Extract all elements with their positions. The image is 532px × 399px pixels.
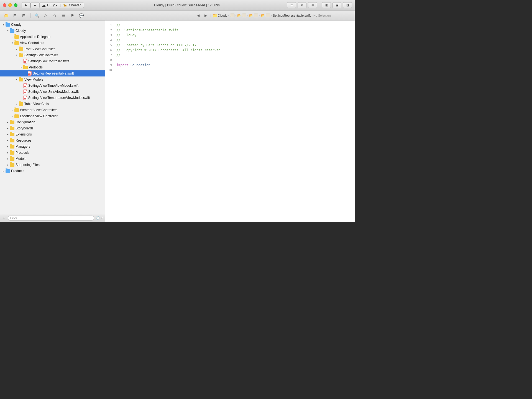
disclosure-configuration[interactable] [6, 120, 10, 124]
add-button[interactable]: + [2, 216, 6, 220]
disclosure-supporting-files[interactable] [6, 163, 10, 167]
disclosure-storyboards[interactable] [6, 126, 10, 131]
tree-item-products[interactable]: Products [0, 168, 105, 174]
disclosure-app-delegate[interactable] [10, 35, 14, 39]
disclosure-root-vc[interactable] [14, 47, 19, 51]
label-protocols: Protocols [29, 65, 43, 69]
breadcrumb-filename[interactable]: SettingsRepresentable.swift [273, 14, 311, 17]
breadcrumb-dot2[interactable]: ... [242, 14, 246, 17]
assistant-editor-btn[interactable]: ⧉ [298, 2, 306, 8]
version-editor-btn[interactable]: ⊞ [308, 2, 317, 8]
tree-item-settings-vc[interactable]: SettingsViewController [0, 52, 105, 58]
list-icon[interactable]: ☰ [60, 12, 67, 19]
line-number-9: 9 [105, 63, 115, 67]
tree-item-cloudy-group[interactable]: Cloudy [0, 28, 105, 34]
tree-item-models[interactable]: Models [0, 156, 105, 162]
tree-item-extensions[interactable]: Extensions [0, 131, 105, 137]
disclosure-managers[interactable] [6, 144, 10, 149]
disclosure-table-view-cells[interactable] [14, 102, 19, 106]
disclosure-view-models[interactable] [14, 77, 19, 82]
warning-icon[interactable]: ⚠ [42, 12, 49, 19]
tree-item-table-view-cells[interactable]: Table View Cells [0, 101, 105, 107]
filter-input[interactable] [8, 216, 94, 221]
disclosure-resources[interactable] [6, 138, 10, 143]
hierarchy-icon[interactable]: ⊟ [21, 12, 27, 19]
editor-only-btn[interactable]: ☰ [287, 2, 296, 8]
disclosure-weather-vc[interactable] [10, 108, 14, 112]
search-icon[interactable]: 🔍 [34, 12, 40, 19]
breadcrumb-dot4[interactable]: ... [266, 14, 270, 17]
breadcrumb-cloudy[interactable]: 📁 Cloudy [213, 13, 227, 18]
minimize-button[interactable] [8, 3, 12, 7]
breadcrumb-folder3[interactable]: 📂 [249, 14, 253, 17]
editor-forward-btn[interactable]: ▶ [202, 12, 209, 19]
tree-item-configuration[interactable]: Configuration [0, 119, 105, 125]
navigator-btn[interactable]: ◧ [322, 2, 331, 8]
tree-item-cloudy-root[interactable]: Cloudy [0, 22, 105, 28]
tree-item-protocols[interactable]: Protocols [0, 64, 105, 70]
swift-icon-temp-vm [23, 96, 27, 100]
tree-item-temp-vm[interactable]: SettingsViewTemperatureViewModel.swift [0, 95, 105, 101]
swift-icon-settings-rep-swift [28, 71, 32, 76]
code-editor: 1//2// SettingsRepresentable.swift3// Cl… [105, 21, 355, 222]
disclosure-locations-vc[interactable] [10, 114, 14, 118]
folder-icon2: 📂 [237, 14, 241, 17]
tree-item-view-models[interactable]: View Models [0, 76, 105, 83]
debug-btn[interactable]: ▣ [332, 2, 341, 8]
close-button[interactable] [3, 3, 6, 7]
inspector-btn[interactable]: ◨ [343, 2, 352, 8]
comment-icon[interactable]: 💬 [78, 12, 85, 19]
breadcrumb-dot1[interactable]: ... [230, 14, 234, 17]
tree-item-managers[interactable]: Managers [0, 144, 105, 150]
tree-item-storyboards[interactable]: Storyboards [0, 125, 105, 131]
cloudy-folder-icon: 📁 [213, 13, 217, 18]
filter-icon[interactable]: ⊞ [101, 216, 103, 220]
disclosure-cloudy-group[interactable] [6, 29, 10, 33]
tree-item-resources[interactable]: Resources [0, 137, 105, 144]
tree-item-units-vm[interactable]: SettingsViewUnitsViewModel.swift [0, 89, 105, 95]
clock-icon[interactable]: 🕐 [96, 216, 100, 220]
disclosure-view-controllers[interactable] [10, 41, 14, 45]
stop-button[interactable]: ■ [30, 2, 39, 8]
file-tree: CloudyCloudyApplication DelegateView Con… [0, 21, 105, 214]
folder-icon-table-view-cells [19, 102, 23, 106]
tree-item-weather-vc[interactable]: Weather View Controllers [0, 107, 105, 113]
traffic-lights [3, 3, 17, 7]
breadcrumb-folder4[interactable]: 📂 [261, 14, 265, 17]
disclosure-extensions[interactable] [6, 132, 10, 137]
tree-item-supporting-files[interactable]: Supporting Files [0, 162, 105, 168]
scheme-selector[interactable]: ☁ Cl...y ▸ | 🐆 Cheetah [39, 2, 84, 8]
tree-item-settings-vc-swift[interactable]: SettingsViewController.swift [0, 58, 105, 64]
fullscreen-button[interactable] [14, 3, 17, 7]
tree-item-root-vc[interactable]: Root View Controller [0, 46, 105, 52]
navigator-icon[interactable]: 📁 [3, 12, 9, 19]
breadcrumb-dot3[interactable]: ... [254, 14, 258, 17]
tree-item-settings-rep-swift[interactable]: SettingsRepresentable.swift [0, 70, 105, 76]
tag-icon[interactable]: ◇ [51, 12, 58, 19]
label-configuration: Configuration [16, 120, 35, 124]
folder-icon-managers [10, 145, 14, 149]
target-icon: 🐆 [63, 3, 67, 7]
tree-item-view-controllers[interactable]: View Controllers [0, 40, 105, 46]
disclosure-protocols-root[interactable] [6, 150, 10, 155]
label-settings-rep-swift: SettingsRepresentable.swift [33, 71, 74, 75]
breadcrumb-folder2[interactable]: 📂 [237, 14, 241, 17]
build-info: Cloudy | Build Cloudy: Succeeded | 12.38… [154, 3, 220, 7]
disclosure-cloudy-root[interactable] [1, 22, 6, 27]
folder-icon3: 📂 [249, 14, 253, 17]
run-button[interactable]: ▶ [22, 2, 30, 8]
disclosure-products[interactable] [1, 169, 6, 173]
tree-item-app-delegate[interactable]: Application Delegate [0, 34, 105, 40]
folder-icon-resources [10, 139, 14, 142]
tree-item-protocols-root[interactable]: Protocols [0, 150, 105, 156]
disclosure-protocols[interactable] [19, 65, 23, 70]
folder-icon-products [6, 169, 10, 173]
editor-back-btn[interactable]: ◀ [195, 12, 201, 19]
flag-icon[interactable]: ⚑ [69, 12, 76, 19]
grid-icon[interactable]: ⊞ [12, 12, 18, 19]
code-line-4: 4// [105, 38, 355, 43]
disclosure-models[interactable] [6, 157, 10, 161]
tree-item-locations-vc[interactable]: Locations View Controller [0, 113, 105, 119]
disclosure-settings-vc[interactable] [14, 53, 19, 57]
tree-item-time-vm[interactable]: SettingsViewTimeViewModel.swift [0, 83, 105, 89]
